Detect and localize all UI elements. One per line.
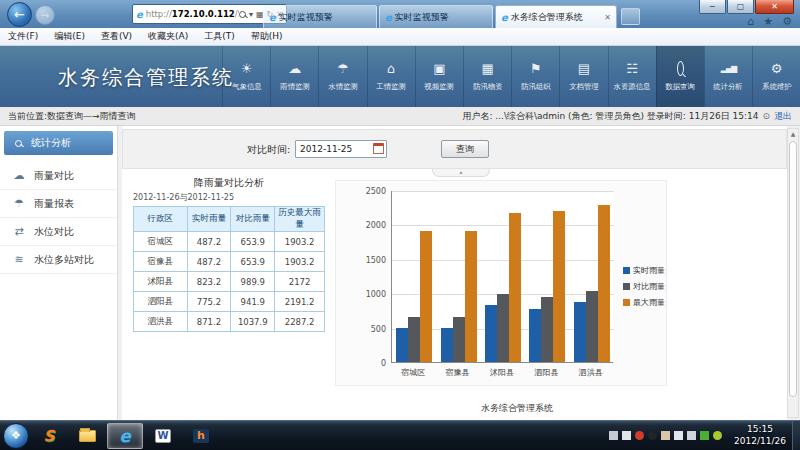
water-resource-icon: ☵ xyxy=(626,61,638,76)
satellite-icon: ☀ xyxy=(241,61,253,76)
word-icon: W xyxy=(155,429,171,443)
table-title: 降雨量对比分析 xyxy=(133,176,325,191)
rain-cloud-icon: ☁ xyxy=(13,169,25,182)
sidebar-header[interactable]: 统计分析 xyxy=(4,131,113,155)
nav-item[interactable]: ☵水资源信息 xyxy=(608,46,656,107)
back-button[interactable]: ← xyxy=(7,2,32,27)
tab-bar: e实时监视预警e实时监视预警e水务综合管理系统✕ xyxy=(261,5,640,28)
browser-tab[interactable]: e实时监视预警 xyxy=(379,5,493,28)
tools-gear-icon[interactable]: ⚙ xyxy=(782,15,792,28)
menu-item[interactable]: 编辑(E) xyxy=(54,30,85,43)
menu-item[interactable]: 工具(T) xyxy=(204,30,235,43)
taskbar-app-sogou[interactable]: S xyxy=(31,423,67,449)
x-tick-label: 宿城区 xyxy=(391,367,435,378)
show-desktop-button[interactable] xyxy=(792,421,800,450)
breadcrumb: 当前位置:数据查询—→雨情查询 xyxy=(8,110,136,123)
close-tab-icon[interactable]: ✕ xyxy=(600,13,611,22)
legend-label: 实时雨量 xyxy=(633,265,665,276)
ie-favicon: e xyxy=(385,12,392,23)
taskbar-app-explorer[interactable] xyxy=(69,423,105,449)
chart-plot-area xyxy=(391,191,613,363)
chart-bar xyxy=(509,213,521,362)
sidebar-item-label: 水位多站对比 xyxy=(34,253,94,267)
x-tick-label: 宿豫县 xyxy=(435,367,479,378)
scroll-up-icon[interactable]: ▲ xyxy=(788,129,798,139)
chart-bar xyxy=(529,309,541,362)
screen: ← → e http://172.10.0.112/SQ/MainDataAna… xyxy=(0,0,800,450)
menu-item[interactable]: 帮助(H) xyxy=(251,30,283,43)
menu-item[interactable]: 文件(F) xyxy=(8,30,38,43)
taskbar-app-word[interactable]: W xyxy=(145,423,181,449)
taskbar-app-ie[interactable]: e xyxy=(107,423,143,449)
query-button[interactable]: 查询 xyxy=(441,140,489,158)
language-icon[interactable] xyxy=(622,431,631,440)
nav-item[interactable]: ⚙系统维护 xyxy=(752,46,800,107)
minimize-button[interactable]: ─ xyxy=(699,0,726,14)
qq-penguin-icon[interactable] xyxy=(648,431,657,440)
nav-item-label: 工情监测 xyxy=(376,81,405,91)
gridline xyxy=(392,191,614,192)
home-icon[interactable]: ⌂ xyxy=(747,15,754,28)
taskbar-app-h[interactable]: h xyxy=(183,423,219,449)
nav-item[interactable]: ☂水情监测 xyxy=(318,46,366,107)
power-icon[interactable]: ⊙ xyxy=(762,111,770,121)
sidebar-item[interactable]: ⇄水位对比 xyxy=(0,218,117,246)
clock-date: 2012/11/26 xyxy=(730,436,790,448)
menu-item[interactable]: 收藏夹(A) xyxy=(148,30,188,43)
forward-button[interactable]: → xyxy=(35,5,55,25)
sidebar: 统计分析 ☁雨量对比☂雨量报表⇄水位对比≋水位多站对比 xyxy=(0,126,118,420)
new-tab-button[interactable] xyxy=(621,8,640,25)
start-button[interactable]: ❖ xyxy=(3,423,29,449)
logout-link[interactable]: 退出 xyxy=(774,110,792,123)
sidebar-item[interactable]: ≋水位多站对比 xyxy=(0,246,117,274)
nav-item[interactable]: ▤文档管理 xyxy=(559,46,607,107)
maximize-button[interactable]: ▢ xyxy=(727,0,754,14)
keyboard-icon[interactable] xyxy=(609,431,618,440)
nav-item[interactable]: ⌂工情监测 xyxy=(367,46,415,107)
calendar-icon[interactable] xyxy=(373,143,384,154)
table-cell: 2172 xyxy=(275,272,325,292)
dropdown-icon[interactable]: ▾ xyxy=(249,10,253,19)
nav-item[interactable]: ▂▄▆统计分析 xyxy=(704,46,752,107)
favorites-star-icon[interactable]: ★ xyxy=(763,15,773,28)
panel-collapse-handle[interactable]: ▴ xyxy=(432,169,490,177)
taskbar-clock[interactable]: 15:15 2012/11/26 xyxy=(730,424,790,447)
nav-item[interactable]: ▦防汛物资 xyxy=(463,46,511,107)
scrollbar-thumb[interactable] xyxy=(789,141,797,397)
legend-label: 对比雨量 xyxy=(633,281,665,292)
browser-titlebar: ← → e http://172.10.0.112/SQ/MainDataAna… xyxy=(0,0,800,28)
network-icon[interactable] xyxy=(687,431,696,440)
legend-swatch-icon xyxy=(623,283,630,290)
legend-swatch-icon xyxy=(623,299,630,306)
browser-tab[interactable]: e水务综合管理系统✕ xyxy=(495,5,617,28)
nav-item-label: 气象信息 xyxy=(232,81,261,91)
menu-item[interactable]: 查看(V) xyxy=(101,30,132,43)
page-scrollbar[interactable]: ▲ xyxy=(787,128,799,418)
nav-item[interactable]: ☀气象信息 xyxy=(222,46,270,107)
video-monitor-icon: ▣ xyxy=(433,61,445,76)
browser-tab[interactable]: e实时监视预警 xyxy=(263,5,377,28)
sidebar-item[interactable]: ☁雨量对比 xyxy=(0,162,117,190)
sidebar-item[interactable]: ☂雨量报表 xyxy=(0,190,117,218)
nav-item[interactable]: ▣视频监测 xyxy=(415,46,463,107)
nav-item[interactable]: ⚑防汛组织 xyxy=(511,46,559,107)
table-row: 宿城区487.2653.91903.2 xyxy=(134,232,325,252)
content-area: 对比时间: 查询 ▴ 降雨量对比分析 2012-11-26与2012-11-25… xyxy=(122,126,787,420)
antivirus-icon[interactable] xyxy=(713,431,722,440)
volume-icon[interactable] xyxy=(674,431,683,440)
im-icon[interactable] xyxy=(661,431,670,440)
search-icon[interactable] xyxy=(239,11,246,18)
ie-favicon: e xyxy=(501,12,508,23)
download-icon[interactable] xyxy=(635,431,644,440)
nav-item[interactable]: ☁雨情监测 xyxy=(270,46,318,107)
close-button[interactable]: ✕ xyxy=(755,0,794,14)
ie-icon: e xyxy=(119,426,131,446)
chart-bar xyxy=(396,328,408,362)
query-panel: 对比时间: 查询 xyxy=(122,129,787,169)
table-cell: 2287.2 xyxy=(275,312,325,332)
y-tick-label: 0 xyxy=(350,359,386,368)
nav-item[interactable]: 数据查询 xyxy=(656,46,704,107)
clock-time: 15:15 xyxy=(730,424,790,436)
table-cell: 1903.2 xyxy=(275,232,325,252)
security-shield-icon[interactable] xyxy=(700,431,709,440)
